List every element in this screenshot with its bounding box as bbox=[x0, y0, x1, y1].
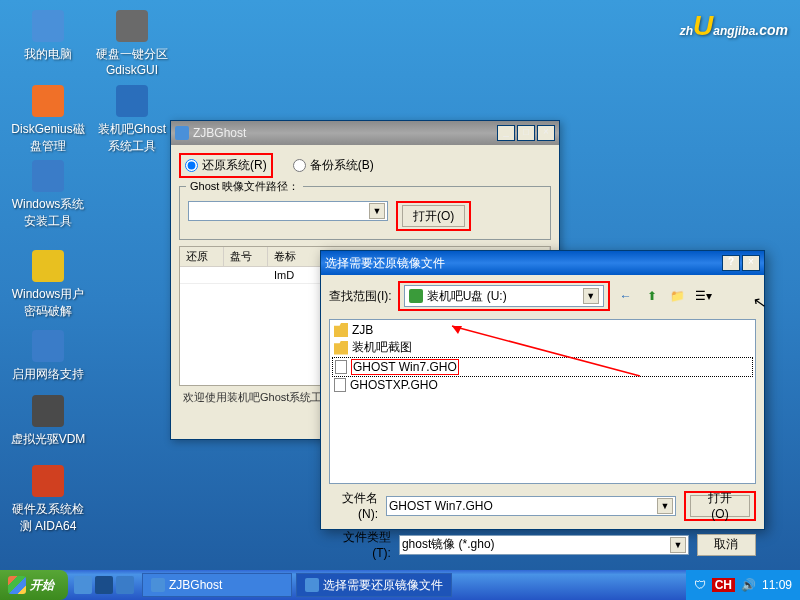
chevron-down-icon[interactable]: ▼ bbox=[657, 498, 673, 514]
file-item[interactable]: 装机吧截图 bbox=[332, 338, 753, 357]
dialog-title: 选择需要还原镜像文件 bbox=[325, 255, 722, 272]
lookup-label: 查找范围(I): bbox=[329, 288, 392, 305]
file-list[interactable]: ZJB装机吧截图GHOST Win7.GHOGHOSTXP.GHO bbox=[329, 319, 756, 484]
folder-icon bbox=[334, 341, 348, 355]
file-icon bbox=[334, 378, 346, 392]
maximize-button[interactable]: □ bbox=[517, 125, 535, 141]
icon-label: 硬盘一键分区GdiskGUI bbox=[94, 46, 170, 77]
drive-combo[interactable]: 装机吧U盘 (U:) ▼ bbox=[404, 285, 604, 307]
file-name: 装机吧截图 bbox=[352, 339, 412, 356]
file-item[interactable]: ZJB bbox=[332, 322, 753, 338]
desktop-icon[interactable]: 启用网络支持 bbox=[10, 330, 86, 383]
icon-label: 硬件及系统检测 AIDA64 bbox=[10, 501, 86, 535]
restore-radio-highlight: 还原系统(R) bbox=[179, 153, 273, 178]
watermark-logo: zhUangjiba.com bbox=[680, 10, 788, 42]
ql-icon[interactable] bbox=[116, 576, 134, 594]
view-menu-icon[interactable]: ☰▾ bbox=[694, 286, 714, 306]
restore-radio[interactable]: 还原系统(R) bbox=[185, 157, 267, 174]
file-open-dialog: 选择需要还原镜像文件 ? × 查找范围(I): 装机吧U盘 (U:) ▼ ← ⬆… bbox=[320, 250, 765, 530]
back-icon[interactable]: ← bbox=[616, 286, 636, 306]
taskbar: 开始 ZJBGhost选择需要还原镜像文件 🛡 CH 🔊 11:09 bbox=[0, 570, 800, 600]
icon-label: 我的电脑 bbox=[10, 46, 86, 63]
file-item[interactable]: GHOST Win7.GHO bbox=[332, 357, 753, 377]
titlebar[interactable]: 选择需要还原镜像文件 ? × bbox=[321, 251, 764, 275]
group-label: Ghost 映像文件路径： bbox=[186, 179, 303, 194]
open-button[interactable]: 打开(O) bbox=[402, 205, 465, 227]
cancel-button[interactable]: 取消 bbox=[697, 534, 756, 556]
open-button-highlight: 打开(O) bbox=[684, 491, 756, 521]
ql-icon[interactable] bbox=[74, 576, 92, 594]
task-label: 选择需要还原镜像文件 bbox=[323, 577, 443, 594]
minimize-button[interactable]: _ bbox=[497, 125, 515, 141]
titlebar[interactable]: ZJBGhost _ □ × bbox=[171, 121, 559, 145]
filetype-label: 文件类型(T): bbox=[329, 529, 391, 560]
icon-label: Windows系统安装工具 bbox=[10, 196, 86, 230]
file-name: ZJB bbox=[352, 323, 373, 337]
backup-radio[interactable]: 备份系统(B) bbox=[293, 153, 374, 178]
desktop-icon[interactable]: DiskGenius磁盘管理 bbox=[10, 85, 86, 155]
new-folder-icon[interactable]: 📁 bbox=[668, 286, 688, 306]
up-icon[interactable]: ⬆ bbox=[642, 286, 662, 306]
system-tray: 🛡 CH 🔊 11:09 bbox=[686, 570, 800, 600]
language-indicator[interactable]: CH bbox=[712, 578, 735, 592]
app-icon bbox=[32, 330, 64, 362]
folder-icon bbox=[334, 323, 348, 337]
icon-label: Windows用户密码破解 bbox=[10, 286, 86, 320]
filetype-combo[interactable]: ghost镜像 (*.gho)▼ bbox=[399, 535, 689, 555]
ql-icon[interactable] bbox=[95, 576, 113, 594]
task-icon bbox=[151, 578, 165, 592]
image-path-combo[interactable]: ▼ bbox=[188, 201, 388, 221]
file-item[interactable]: GHOSTXP.GHO bbox=[332, 377, 753, 393]
close-button[interactable]: × bbox=[742, 255, 760, 271]
quick-launch bbox=[74, 576, 134, 594]
desktop-icon[interactable]: Windows系统安装工具 bbox=[10, 160, 86, 230]
app-icon bbox=[32, 250, 64, 282]
close-button[interactable]: × bbox=[537, 125, 555, 141]
drive-icon bbox=[409, 289, 423, 303]
app-icon bbox=[32, 395, 64, 427]
file-highlight: GHOST Win7.GHO bbox=[351, 359, 459, 375]
file-name: GHOSTXP.GHO bbox=[350, 378, 438, 392]
app-icon bbox=[116, 85, 148, 117]
taskbar-task[interactable]: ZJBGhost bbox=[142, 573, 292, 597]
tray-icon[interactable]: 🔊 bbox=[741, 578, 756, 592]
app-icon bbox=[32, 10, 64, 42]
help-button[interactable]: ? bbox=[722, 255, 740, 271]
icon-label: 启用网络支持 bbox=[10, 366, 86, 383]
tray-icon[interactable]: 🛡 bbox=[694, 578, 706, 592]
cursor-icon: ↖ bbox=[751, 292, 767, 313]
file-name: GHOST Win7.GHO bbox=[351, 359, 459, 375]
desktop-icon[interactable]: 硬件及系统检测 AIDA64 bbox=[10, 465, 86, 535]
app-icon bbox=[32, 85, 64, 117]
icon-label: DiskGenius磁盘管理 bbox=[10, 121, 86, 155]
drive-combo-highlight: 装机吧U盘 (U:) ▼ bbox=[398, 281, 610, 311]
desktop-icon[interactable]: 虚拟光驱VDM bbox=[10, 395, 86, 448]
app-icon bbox=[32, 160, 64, 192]
app-icon bbox=[175, 126, 189, 140]
filename-input[interactable]: GHOST Win7.GHO▼ bbox=[386, 496, 676, 516]
chevron-down-icon[interactable]: ▼ bbox=[583, 288, 599, 304]
task-label: ZJBGhost bbox=[169, 578, 222, 592]
app-icon bbox=[116, 10, 148, 42]
window-title: ZJBGhost bbox=[193, 126, 497, 140]
windows-logo-icon bbox=[8, 576, 26, 594]
open-button[interactable]: 打开(O) bbox=[690, 495, 750, 517]
task-icon bbox=[305, 578, 319, 592]
icon-label: 装机吧Ghost系统工具 bbox=[94, 121, 170, 155]
chevron-down-icon[interactable]: ▼ bbox=[369, 203, 385, 219]
desktop-icon[interactable]: 装机吧Ghost系统工具 bbox=[94, 85, 170, 155]
clock[interactable]: 11:09 bbox=[762, 578, 792, 592]
start-button[interactable]: 开始 bbox=[0, 570, 68, 600]
desktop-icon[interactable]: 我的电脑 bbox=[10, 10, 86, 63]
taskbar-task[interactable]: 选择需要还原镜像文件 bbox=[296, 573, 452, 597]
app-icon bbox=[32, 465, 64, 497]
filename-label: 文件名(N): bbox=[329, 490, 378, 521]
file-icon bbox=[335, 360, 347, 374]
chevron-down-icon[interactable]: ▼ bbox=[670, 537, 686, 553]
desktop-icon[interactable]: 硬盘一键分区GdiskGUI bbox=[94, 10, 170, 77]
desktop-icon[interactable]: Windows用户密码破解 bbox=[10, 250, 86, 320]
open-button-highlight: 打开(O) bbox=[396, 201, 471, 231]
icon-label: 虚拟光驱VDM bbox=[10, 431, 86, 448]
